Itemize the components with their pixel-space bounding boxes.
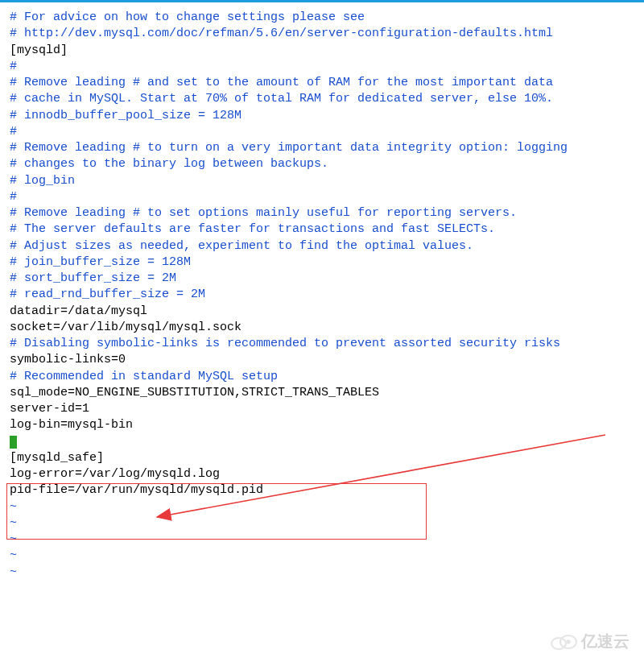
config-text: [mysqld_safe] — [10, 451, 104, 465]
comment-text: # innodb_buffer_pool_size = 128M — [10, 109, 242, 122]
svg-point-4 — [566, 639, 571, 644]
comment-text: # For advice on how to change settings p… — [10, 10, 365, 24]
comment-text: # Recommended in standard MySQL setup — [10, 370, 278, 383]
config-text: sql_mode=NO_ENGINE_SUBSTITUTION,STRICT_T… — [10, 386, 379, 399]
editor-line[interactable]: # Adjust sizes as needed, experiment to … — [10, 238, 634, 254]
comment-text: # changes to the binary log between back… — [10, 157, 328, 171]
editor-line[interactable]: # innodb_buffer_pool_size = 128M — [10, 108, 634, 124]
editor-line[interactable]: log-bin=mysql-bin — [10, 417, 634, 433]
editor-line[interactable]: # join_buffer_size = 128M — [10, 254, 634, 271]
editor-line[interactable]: ~ — [10, 565, 634, 581]
editor-line[interactable]: ~ — [10, 499, 634, 515]
editor-line[interactable]: socket=/var/lib/mysql/mysql.sock — [10, 320, 634, 336]
editor-line[interactable]: # changes to the binary log between back… — [10, 156, 634, 172]
editor-line[interactable]: # read_rnd_buffer_size = 2M — [10, 287, 634, 303]
editor-line[interactable]: # Remove leading # to set options mainly… — [10, 205, 634, 221]
editor-line[interactable]: # For advice on how to change settings p… — [10, 10, 634, 26]
editor-line[interactable]: # Remove leading # to turn on a very imp… — [10, 140, 634, 156]
editor-line[interactable]: log-error=/var/log/mysqld.log — [10, 466, 634, 482]
editor-line[interactable]: # The server defaults are faster for tra… — [10, 221, 634, 238]
comment-text: # — [10, 190, 17, 204]
editor-content[interactable]: # For advice on how to change settings p… — [10, 10, 634, 581]
editor-line[interactable]: # http://dev.mysql.com/doc/refman/5.6/en… — [10, 26, 634, 42]
cursor — [10, 436, 17, 449]
vim-tilde: ~ — [10, 532, 17, 546]
comment-text: # Remove leading # to turn on a very imp… — [10, 141, 568, 155]
comment-text: # — [10, 60, 17, 73]
watermark: 亿速云 — [549, 631, 630, 652]
editor-line[interactable]: ~ — [10, 532, 634, 548]
comment-text: # log_bin — [10, 174, 75, 188]
editor-line[interactable]: # sort_buffer_size = 2M — [10, 271, 634, 287]
editor-line[interactable]: symbolic-links=0 — [10, 352, 634, 368]
config-text: pid-file=/var/run/mysqld/mysqld.pid — [10, 483, 263, 497]
config-text: log-error=/var/log/mysqld.log — [10, 467, 220, 481]
comment-text: # The server defaults are faster for tra… — [10, 222, 495, 236]
vim-tilde: ~ — [10, 500, 17, 514]
comment-text: # read_rnd_buffer_size = 2M — [10, 288, 205, 301]
editor-line[interactable]: # Recommended in standard MySQL setup — [10, 369, 634, 385]
config-text: datadir=/data/mysql — [10, 304, 147, 318]
editor-line[interactable]: # log_bin — [10, 173, 634, 189]
comment-text: # Remove leading # and set to the amount… — [10, 76, 553, 89]
comment-text: # — [10, 125, 17, 139]
watermark-text: 亿速云 — [581, 631, 630, 652]
comment-text: # http://dev.mysql.com/doc/refman/5.6/en… — [10, 27, 553, 40]
config-text: symbolic-links=0 — [10, 353, 126, 366]
comment-text: # Disabling symbolic-links is recommende… — [10, 337, 560, 350]
editor-line[interactable]: # — [10, 59, 634, 75]
comment-text: # cache in MySQL. Start at 70% of total … — [10, 92, 553, 106]
editor-line[interactable]: server-id=1 — [10, 401, 634, 417]
vim-tilde: ~ — [10, 565, 17, 579]
config-text: log-bin=mysql-bin — [10, 418, 133, 432]
editor-line[interactable]: ~ — [10, 515, 634, 532]
editor-line[interactable]: [mysqld_safe] — [10, 450, 634, 466]
editor-line[interactable]: # cache in MySQL. Start at 70% of total … — [10, 91, 634, 107]
editor-line[interactable]: # — [10, 189, 634, 205]
editor-line[interactable]: ~ — [10, 548, 634, 564]
vim-tilde: ~ — [10, 516, 17, 530]
editor-line[interactable]: # Remove leading # and set to the amount… — [10, 75, 634, 91]
config-text: server-id=1 — [10, 402, 89, 416]
window-titlebar — [0, 0, 644, 2]
editor-line[interactable]: datadir=/data/mysql — [10, 304, 634, 320]
comment-text: # join_buffer_size = 128M — [10, 255, 191, 269]
vim-tilde: ~ — [10, 548, 17, 562]
config-text: [mysqld] — [10, 43, 68, 57]
editor-line[interactable]: pid-file=/var/run/mysqld/mysqld.pid — [10, 482, 634, 499]
editor-line[interactable]: # Disabling symbolic-links is recommende… — [10, 336, 634, 352]
editor-line[interactable]: sql_mode=NO_ENGINE_SUBSTITUTION,STRICT_T… — [10, 385, 634, 401]
config-text: socket=/var/lib/mysql/mysql.sock — [10, 321, 242, 334]
comment-text: # Remove leading # to set options mainly… — [10, 206, 517, 220]
comment-text: # sort_buffer_size = 2M — [10, 271, 176, 285]
editor-line[interactable] — [10, 434, 634, 450]
editor-line[interactable]: [mysqld] — [10, 43, 634, 59]
comment-text: # Adjust sizes as needed, experiment to … — [10, 239, 473, 253]
editor-line[interactable]: # — [10, 124, 634, 140]
